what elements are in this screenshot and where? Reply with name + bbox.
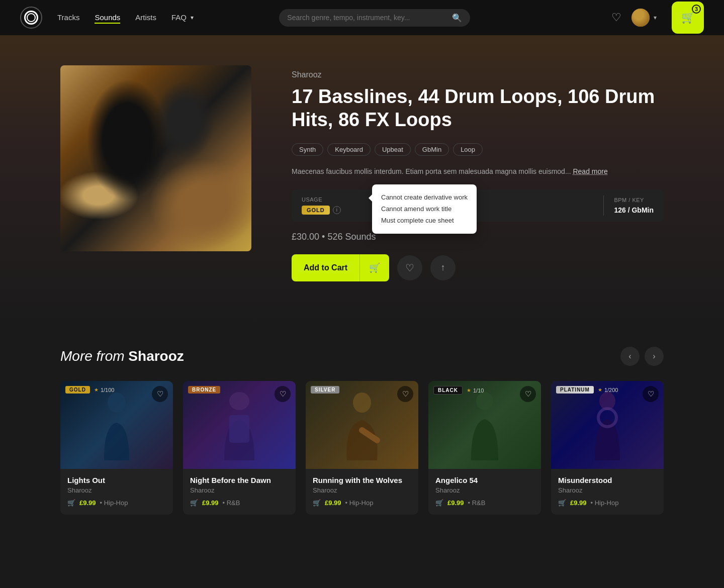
nav-faq[interactable]: FAQ ▾ bbox=[171, 13, 194, 22]
heart-icon: ♡ bbox=[405, 262, 414, 274]
card-4-count: ★ 1/10 bbox=[467, 387, 484, 394]
card-1-artist: Sharooz bbox=[67, 486, 166, 494]
tooltip-line-1: Cannot create derivative work bbox=[381, 191, 468, 203]
svg-point-1 bbox=[229, 392, 249, 410]
tag-upbeat[interactable]: Upbeat bbox=[375, 143, 411, 156]
card-4: BLACK ★ 1/10 ♡ Angelico 54 Sharooz 🛒 £9.… bbox=[428, 381, 541, 515]
card-5-info: Misunderstood Sharooz 🛒 £9.99 • Hip-Hop bbox=[551, 469, 664, 515]
tag-gbmin[interactable]: GbMin bbox=[415, 143, 449, 156]
hero-section: Sharooz 17 Basslines, 44 Drum Loops, 106… bbox=[0, 35, 724, 327]
price: £30.00 bbox=[292, 232, 319, 242]
card-2-tier-badge: BRONZE bbox=[188, 386, 220, 394]
logo[interactable] bbox=[20, 7, 42, 29]
nav-artists[interactable]: Artists bbox=[135, 13, 156, 22]
card-5-price-row: 🛒 £9.99 • Hip-Hop bbox=[558, 499, 657, 507]
card-2-wishlist-button[interactable]: ♡ bbox=[275, 386, 291, 402]
wishlist-nav-button[interactable]: ♡ bbox=[611, 11, 621, 24]
card-4-genre: • R&B bbox=[468, 499, 486, 507]
card-3-info: Running with the Wolves Sharooz 🛒 £9.99 … bbox=[306, 469, 418, 515]
tooltip-line-2: Cannot amend work title bbox=[381, 203, 468, 215]
logo-icon bbox=[24, 11, 38, 25]
card-2-artist: Sharooz bbox=[190, 486, 289, 494]
search-icon: 🔍 bbox=[452, 13, 462, 23]
cart-button[interactable]: 🛒 3 bbox=[672, 2, 704, 34]
avatar bbox=[631, 9, 650, 27]
person-silhouette-2 bbox=[214, 390, 264, 460]
cart-badge: 3 bbox=[692, 5, 701, 14]
card-1-image: GOLD ★ 1/100 ♡ bbox=[60, 381, 173, 469]
card-1-price-row: 🛒 £9.99 • Hip-Hop bbox=[67, 499, 166, 507]
card-1-genre: • Hip-Hop bbox=[100, 499, 128, 507]
card-4-wishlist-button[interactable]: ♡ bbox=[520, 386, 536, 402]
person-silhouette-1 bbox=[97, 390, 137, 460]
read-more-link[interactable]: Read more bbox=[573, 167, 607, 175]
add-to-cart-button[interactable]: Add to Cart 🛒 bbox=[292, 254, 389, 281]
cart-mini-icon: 🛒 bbox=[313, 499, 321, 507]
wishlist-button[interactable]: ♡ bbox=[397, 255, 422, 280]
user-menu[interactable]: ▾ bbox=[631, 9, 657, 27]
product-title: 17 Basslines, 44 Drum Loops, 106 Drum Hi… bbox=[292, 85, 664, 131]
cart-mini-icon: 🛒 bbox=[558, 499, 566, 507]
card-3-wishlist-button[interactable]: ♡ bbox=[397, 386, 413, 402]
next-arrow-button[interactable]: › bbox=[645, 347, 664, 366]
card-3-title: Running with the Wolves bbox=[313, 476, 411, 484]
cart-mini-icon: 🛒 bbox=[190, 499, 198, 507]
navbar: Tracks Sounds Artists FAQ ▾ 🔍 ♡ ▾ 🛒 3 bbox=[0, 0, 724, 35]
card-3-tier-badge: SILVER bbox=[311, 386, 339, 394]
card-1: GOLD ★ 1/100 ♡ Lights Out Sharooz 🛒 £9.9… bbox=[60, 381, 173, 515]
card-4-artist: Sharooz bbox=[435, 486, 534, 494]
card-5-wishlist-button[interactable]: ♡ bbox=[643, 386, 659, 402]
tag-synth[interactable]: Synth bbox=[292, 143, 323, 156]
artist-name: Sharooz bbox=[292, 70, 664, 79]
cart-mini-icon: 🛒 bbox=[435, 499, 443, 507]
tooltip-popup: Cannot create derivative work Cannot ame… bbox=[372, 184, 477, 234]
usage-divider bbox=[603, 195, 604, 216]
sounds-count-label: 526 Sounds bbox=[327, 232, 376, 242]
card-2-price-row: 🛒 £9.99 • R&B bbox=[190, 499, 289, 507]
tooltip-line-3: Must complete cue sheet bbox=[381, 215, 468, 226]
card-4-info: Angelico 54 Sharooz 🛒 £9.99 • R&B bbox=[428, 469, 541, 515]
card-5-title: Misunderstood bbox=[558, 476, 657, 484]
card-3: SILVER ♡ Running with the Wolves Sharooz… bbox=[306, 381, 418, 515]
card-1-title: Lights Out bbox=[67, 476, 166, 484]
card-5-image: PLATINUM ★ 1/200 ♡ bbox=[551, 381, 664, 469]
card-1-badges: GOLD ★ 1/100 bbox=[65, 386, 114, 394]
cards-grid: GOLD ★ 1/100 ♡ Lights Out Sharooz 🛒 £9.9… bbox=[60, 381, 664, 515]
bpm-section: BPM / Key 126 / GbMin bbox=[614, 197, 654, 214]
nav-tracks[interactable]: Tracks bbox=[57, 13, 79, 22]
card-5-artist: Sharooz bbox=[558, 486, 657, 494]
sounds-count: • bbox=[322, 232, 327, 242]
chevron-right-icon: › bbox=[653, 352, 655, 361]
card-1-wishlist-button[interactable]: ♡ bbox=[152, 386, 168, 402]
card-3-price-row: 🛒 £9.99 • Hip-Hop bbox=[313, 499, 411, 507]
bpm-label: BPM / Key bbox=[614, 197, 654, 203]
product-image bbox=[60, 65, 251, 251]
search-input[interactable] bbox=[287, 14, 447, 22]
card-2-badges: BRONZE bbox=[188, 386, 220, 394]
share-button[interactable]: ↑ bbox=[430, 255, 456, 280]
svg-point-0 bbox=[108, 393, 126, 413]
person-silhouette-4 bbox=[462, 390, 507, 460]
card-2-price: £9.99 bbox=[202, 499, 219, 507]
prev-arrow-button[interactable]: ‹ bbox=[620, 347, 640, 366]
nav-sounds[interactable]: Sounds bbox=[95, 13, 120, 24]
nav-links: Tracks Sounds Artists FAQ ▾ bbox=[57, 13, 194, 22]
product-image-inner bbox=[60, 65, 251, 251]
card-1-info: Lights Out Sharooz 🛒 £9.99 • Hip-Hop bbox=[60, 469, 173, 515]
tag-keyboard[interactable]: Keyboard bbox=[327, 143, 371, 156]
more-from-section: More from Sharooz ‹ › GOLD bbox=[0, 327, 724, 545]
card-4-title: Angelico 54 bbox=[435, 476, 534, 484]
card-1-tier-badge: GOLD bbox=[65, 386, 90, 394]
card-4-image: BLACK ★ 1/10 ♡ bbox=[428, 381, 541, 469]
card-3-badges: SILVER bbox=[311, 386, 339, 394]
usage-row: Usage GOLD i Cannot create derivative wo… bbox=[292, 189, 664, 222]
tag-loop[interactable]: Loop bbox=[453, 143, 483, 156]
search-bar: 🔍 bbox=[279, 9, 470, 27]
card-1-price: £9.99 bbox=[79, 499, 96, 507]
share-icon: ↑ bbox=[441, 262, 445, 273]
info-icon[interactable]: i bbox=[333, 206, 341, 214]
cart-action-row: Add to Cart 🛒 ♡ ↑ bbox=[292, 254, 664, 281]
description: Maecenas faucibus mollis interdum. Etiam… bbox=[292, 166, 664, 177]
card-3-image: SILVER ♡ bbox=[306, 381, 418, 469]
carousel-nav: ‹ › bbox=[620, 347, 664, 366]
